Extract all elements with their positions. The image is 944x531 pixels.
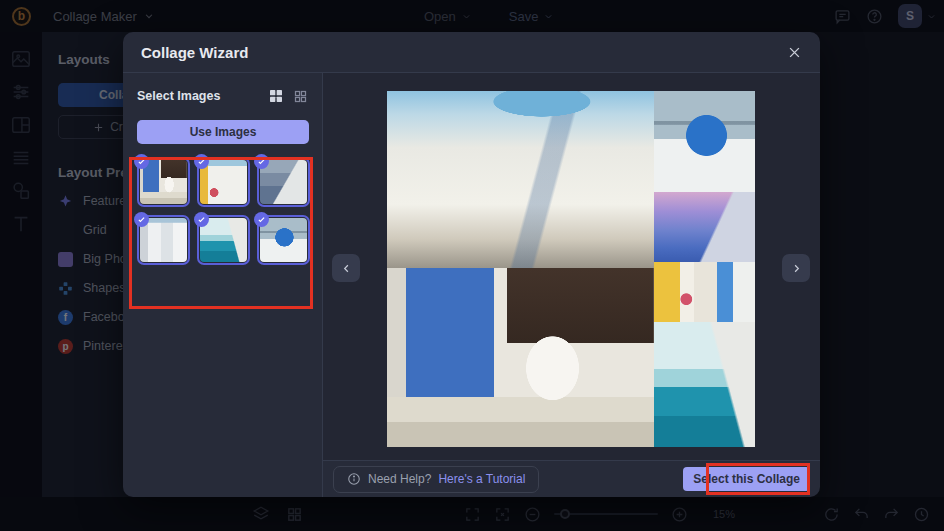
modal-footer: Need Help? Here's a Tutorial Select this… xyxy=(323,460,820,497)
selected-check-icon xyxy=(194,154,209,169)
collage-preview[interactable] xyxy=(387,91,755,447)
thumbnail-photo xyxy=(200,218,247,262)
select-images-label: Select Images xyxy=(137,89,220,103)
close-icon xyxy=(787,45,802,60)
collage-wizard-modal: Collage Wizard Select Images xyxy=(123,32,820,497)
thumbnail-photo xyxy=(140,160,187,204)
selected-check-icon xyxy=(254,212,269,227)
chevron-right-icon xyxy=(791,263,802,274)
modal-title: Collage Wizard xyxy=(141,44,248,61)
large-grid-view-icon[interactable] xyxy=(268,88,284,104)
selected-check-icon xyxy=(254,154,269,169)
previous-collage-button[interactable] xyxy=(332,254,360,282)
collage-cell-cat xyxy=(387,268,654,447)
selected-check-icon xyxy=(194,212,209,227)
modal-header: Collage Wizard xyxy=(123,32,820,73)
thumbnail-photo xyxy=(260,218,307,262)
chevron-left-icon xyxy=(341,263,352,274)
thumbnail-photo xyxy=(200,160,247,204)
next-collage-button[interactable] xyxy=(782,254,810,282)
thumbnail-sailboat[interactable] xyxy=(197,215,250,265)
selected-check-icon xyxy=(134,154,149,169)
use-images-button[interactable]: Use Images xyxy=(137,120,309,144)
collage-cell-sailboat xyxy=(654,322,755,447)
thumbnail-blue-dome[interactable] xyxy=(257,215,310,265)
thumbnail-cliff-village[interactable] xyxy=(257,157,310,207)
thumbnail-photo xyxy=(260,160,307,204)
close-button[interactable] xyxy=(787,45,802,60)
need-help-pill[interactable]: Need Help? Here's a Tutorial xyxy=(333,466,539,493)
collage-preview-area xyxy=(323,73,820,460)
thumbnail-street-flowers[interactable] xyxy=(197,157,250,207)
selected-check-icon xyxy=(134,212,149,227)
thumbnail-alley[interactable] xyxy=(137,215,190,265)
tutorial-link[interactable]: Here's a Tutorial xyxy=(438,472,525,486)
app-window: b Collage Maker Open Save S xyxy=(0,0,944,531)
collage-cell-street xyxy=(387,91,654,268)
collage-cell-blue-dome xyxy=(654,91,755,192)
modal-body: Select Images Use Images xyxy=(123,73,820,497)
preview-column: Need Help? Here's a Tutorial Select this… xyxy=(323,73,820,497)
collage-cell-sunset xyxy=(654,192,755,262)
small-grid-view-icon[interactable] xyxy=(293,89,308,104)
select-images-row: Select Images xyxy=(137,87,308,105)
thumbnail-photo xyxy=(140,218,187,262)
need-help-label: Need Help? xyxy=(368,472,431,486)
thumbnail-cat-window[interactable] xyxy=(137,157,190,207)
collage-cell-yellow-street xyxy=(654,262,755,322)
image-thumbnails xyxy=(137,157,308,265)
select-this-collage-button[interactable]: Select this Collage xyxy=(683,467,810,491)
select-images-panel: Select Images Use Images xyxy=(123,73,323,497)
info-icon xyxy=(347,472,361,486)
view-toggle xyxy=(268,88,308,104)
